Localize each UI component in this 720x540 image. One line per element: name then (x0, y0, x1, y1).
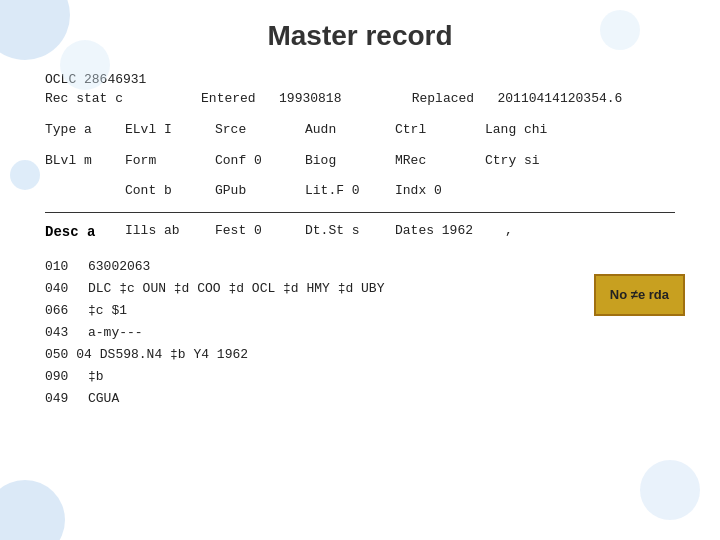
marc-tag: 010 (45, 256, 80, 278)
entered-value: 19930818 (279, 91, 341, 106)
marc-row: 049CGUA (45, 388, 675, 410)
blvl-row: BLvl m Form Conf 0 Biog MRec Ctry si (45, 151, 675, 172)
main-content: OCLC 28646931 Rec stat c Entered 1993081… (0, 72, 720, 410)
marc-row: 040DLC ‡c OUN ‡d COO ‡d OCL ‡d HMY ‡d UB… (45, 278, 675, 300)
no-rda-badge: No ≠e rda (594, 274, 685, 316)
type-label: Type a (45, 120, 125, 141)
elvl-label: ELvl I (125, 120, 215, 141)
blvl-label: BLvl m (45, 151, 125, 172)
rec-stat-label: Rec stat c (45, 91, 123, 106)
rec-stat-section: Rec stat c Entered 19930818 Replaced 201… (45, 89, 675, 110)
marc-data: DLC ‡c OUN ‡d COO ‡d OCL ‡d HMY ‡d UBY (88, 278, 675, 300)
type-row: Type a ELvl I Srce Audn Ctrl Lang chi (45, 120, 675, 141)
deco-circle-bottom-right (640, 460, 700, 520)
marc-section: 010 63002063040DLC ‡c OUN ‡d COO ‡d OCL … (45, 256, 675, 411)
conf-label: Conf 0 (215, 151, 305, 172)
ctry-label: Ctry si (485, 151, 540, 172)
marc-data: ‡b (88, 366, 675, 388)
srce-label: Srce (215, 120, 305, 141)
gpub-label: GPub (215, 181, 305, 202)
deco-circle-bottom-left (0, 480, 65, 540)
dtst-label: Dt.St s (305, 221, 395, 243)
oclc-row: OCLC 28646931 (45, 72, 675, 87)
marc-tag: 066 (45, 300, 80, 322)
marc-tag: 090 (45, 366, 80, 388)
mrec-label: MRec (395, 151, 485, 172)
marc-data: a-my--- (88, 322, 675, 344)
marc-row: 010 63002063 (45, 256, 675, 278)
cont-label: Cont b (125, 181, 215, 202)
marc-tag: 050 04 (45, 344, 92, 366)
fest-label: Fest 0 (215, 221, 305, 243)
desc-row: Desc a Ills ab Fest 0 Dt.St s Dates 1962… (45, 221, 675, 243)
marc-row: 050 04DS598.N4 ‡b Y4 1962 (45, 344, 675, 366)
marc-tag: 040 (45, 278, 80, 300)
biog-label: Biog (305, 151, 395, 172)
replaced-label: Replaced (412, 91, 474, 106)
marc-data: CGUA (88, 388, 675, 410)
audn-label: Audn (305, 120, 395, 141)
marc-data: 63002063 (88, 256, 675, 278)
marc-tag: 043 (45, 322, 80, 344)
marc-rows-container: 010 63002063040DLC ‡c OUN ‡d COO ‡d OCL … (45, 256, 675, 411)
indx-label: Indx 0 (395, 181, 442, 202)
ctrl-label: Ctrl (395, 120, 485, 141)
desc-label: Desc a (45, 221, 125, 243)
dates-label: Dates 1962 (395, 221, 505, 243)
marc-tag: 049 (45, 388, 80, 410)
replaced-value: 20110414120354.6 (498, 91, 623, 106)
dates-suffix: , (505, 221, 513, 243)
cont-row: Cont b GPub Lit.F 0 Indx 0 (45, 181, 675, 202)
marc-row: 066‡c $1 (45, 300, 675, 322)
entered-label: Entered (201, 91, 256, 106)
marc-row: 090‡b (45, 366, 675, 388)
lang-label: Lang chi (485, 120, 547, 141)
form-label: Form (125, 151, 215, 172)
deco-circle-top-left-2 (60, 40, 110, 90)
separator (45, 212, 675, 213)
ills-label: Ills ab (125, 221, 215, 243)
marc-data: ‡c $1 (88, 300, 675, 322)
marc-data: DS598.N4 ‡b Y4 1962 (100, 344, 675, 366)
deco-circle-left-mid (10, 160, 40, 190)
marc-row: 043a-my--- (45, 322, 675, 344)
deco-circle-top-right (600, 10, 640, 50)
litf-label: Lit.F 0 (305, 181, 395, 202)
